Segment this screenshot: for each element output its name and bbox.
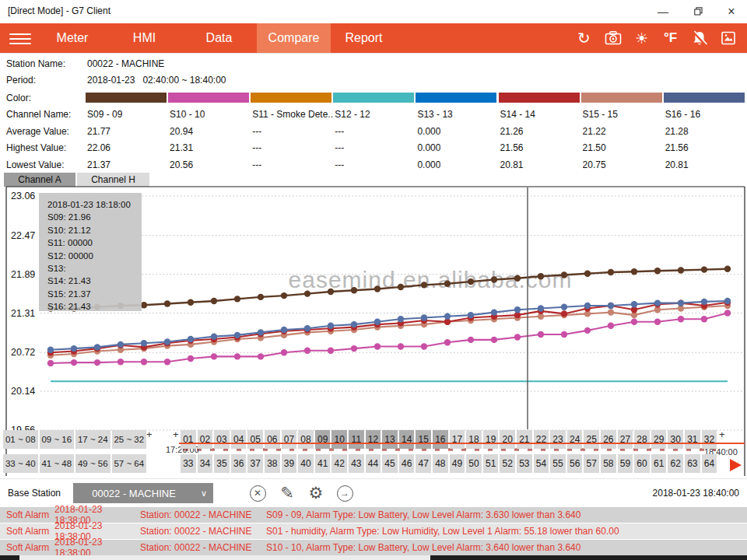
channel-button-53[interactable]: 53 (517, 454, 532, 473)
channel-button-26[interactable]: 26 (601, 430, 616, 449)
channel-button-55[interactable]: 55 (550, 454, 566, 473)
brightness-icon[interactable]: ☀ (627, 23, 656, 53)
camera-icon[interactable] (598, 23, 627, 53)
group-button-41~48[interactable]: 41 ~ 48 (40, 454, 75, 473)
channel-button-21[interactable]: 21 (517, 430, 532, 449)
group-button-09~16[interactable]: 09 ~ 16 (40, 430, 75, 449)
channel-button-42[interactable]: 42 (331, 454, 347, 473)
tab-channel-a[interactable]: Channel A (4, 173, 75, 187)
close-button[interactable]: × (720, 3, 743, 20)
channel-button-07[interactable]: 07 (282, 430, 297, 449)
nav-tab-meter[interactable]: Meter (37, 23, 107, 53)
channel-button-57[interactable]: 57 (584, 454, 599, 473)
channel-button-16[interactable]: 16 (433, 430, 448, 449)
channel-button-32[interactable]: 32 (702, 430, 717, 449)
channel-button-18[interactable]: 18 (466, 430, 482, 449)
scrollbar-thumb[interactable] (19, 555, 430, 560)
channel-button-15[interactable]: 15 (416, 430, 431, 449)
channel-button-34[interactable]: 34 (198, 454, 213, 473)
channel-button-31[interactable]: 31 (685, 430, 700, 449)
nav-tab-compare[interactable]: Compare (257, 23, 331, 53)
channel-button-05[interactable]: 05 (247, 430, 263, 449)
channel-button-13[interactable]: 13 (382, 430, 398, 449)
clear-icon[interactable]: ✕ (247, 483, 268, 503)
channel-button-09[interactable]: 09 (315, 430, 331, 449)
channel-button-12[interactable]: 12 (366, 430, 381, 449)
channel-button-54[interactable]: 54 (534, 454, 549, 473)
nav-tab-hmi[interactable]: HMI (107, 23, 181, 53)
tab-channel-h[interactable]: Channel H (77, 173, 149, 187)
channel-button-43[interactable]: 43 (349, 454, 364, 473)
channel-button-49[interactable]: 49 (450, 454, 465, 473)
base-station-dropdown[interactable]: 00022 - MACHINE ∨ (73, 483, 213, 503)
channel-button-62[interactable]: 62 (668, 454, 683, 473)
channel-button-06[interactable]: 06 (265, 430, 280, 449)
edit-icon[interactable]: ✎ (277, 483, 297, 503)
channel-button-46[interactable]: 46 (399, 454, 415, 473)
group-button-25~32[interactable]: 25 ~ 32 (112, 430, 147, 449)
expand-plus-icon[interactable]: + (173, 429, 179, 440)
fahrenheit-icon[interactable]: °F (656, 23, 685, 53)
channel-button-11[interactable]: 11 (349, 430, 364, 449)
group-button-17~24[interactable]: 17 ~ 24 (75, 430, 110, 449)
nav-tab-report[interactable]: Report (331, 23, 397, 53)
channel-button-20[interactable]: 20 (500, 430, 515, 449)
settings-icon[interactable]: ⚙ (306, 483, 326, 503)
alarm-row[interactable]: Soft Alarm 2018-01-23 18:38:00 Station: … (0, 540, 747, 555)
restore-button[interactable] (686, 3, 710, 20)
hamburger-menu-icon[interactable] (9, 30, 31, 46)
channel-button-44[interactable]: 44 (366, 454, 381, 473)
channel-button-56[interactable]: 56 (567, 454, 583, 473)
channel-button-17[interactable]: 17 (450, 430, 465, 449)
channel-button-08[interactable]: 08 (298, 430, 314, 449)
channel-button-52[interactable]: 52 (500, 454, 515, 473)
group-button-57~64[interactable]: 57 ~ 64 (112, 454, 147, 473)
channel-button-30[interactable]: 30 (668, 430, 683, 449)
channel-button-01[interactable]: 01 (181, 430, 196, 449)
next-page-arrow[interactable] (728, 457, 744, 476)
channel-button-45[interactable]: 45 (382, 454, 398, 473)
export-icon[interactable]: → (335, 483, 355, 503)
channel-button-51[interactable]: 51 (483, 454, 499, 473)
channel-button-23[interactable]: 23 (550, 430, 566, 449)
group-button-49~56[interactable]: 49 ~ 56 (75, 454, 110, 473)
channel-button-58[interactable]: 58 (601, 454, 616, 473)
refresh-icon[interactable]: ↻ (570, 23, 598, 53)
channel-button-63[interactable]: 63 (685, 454, 700, 473)
channel-button-48[interactable]: 48 (433, 454, 448, 473)
channel-button-40[interactable]: 40 (298, 454, 314, 473)
channel-button-60[interactable]: 60 (634, 454, 650, 473)
channel-button-47[interactable]: 47 (416, 454, 431, 473)
channel-button-35[interactable]: 35 (214, 454, 230, 473)
channel-button-25[interactable]: 25 (584, 430, 599, 449)
channel-button-04[interactable]: 04 (231, 430, 247, 449)
channel-button-37[interactable]: 37 (247, 454, 263, 473)
channel-button-28[interactable]: 28 (634, 430, 650, 449)
group-button-33~40[interactable]: 33 ~ 40 (3, 454, 38, 473)
nav-tab-data[interactable]: Data (181, 23, 257, 53)
channel-button-41[interactable]: 41 (315, 454, 331, 473)
channel-button-36[interactable]: 36 (231, 454, 247, 473)
expand-plus-icon[interactable]: + (146, 429, 153, 440)
channel-button-61[interactable]: 61 (651, 454, 667, 473)
channel-button-22[interactable]: 22 (534, 430, 549, 449)
bell-muted-icon[interactable] (685, 23, 714, 53)
channel-button-03[interactable]: 03 (214, 430, 230, 449)
channel-button-39[interactable]: 39 (282, 454, 297, 473)
channel-button-24[interactable]: 24 (567, 430, 583, 449)
expand-plus-icon[interactable]: + (719, 429, 725, 440)
channel-button-33[interactable]: 33 (181, 454, 196, 473)
channel-button-50[interactable]: 50 (466, 454, 482, 473)
horizontal-scrollbar[interactable] (0, 555, 747, 560)
channel-button-59[interactable]: 59 (618, 454, 633, 473)
channel-button-19[interactable]: 19 (483, 430, 499, 449)
channel-button-10[interactable]: 10 (331, 430, 347, 449)
channel-button-29[interactable]: 29 (651, 430, 667, 449)
group-button-01~08[interactable]: 01 ~ 08 (3, 430, 38, 449)
channel-button-38[interactable]: 38 (265, 454, 280, 473)
album-icon[interactable] (714, 23, 742, 53)
channel-button-02[interactable]: 02 (198, 430, 213, 449)
channel-button-14[interactable]: 14 (399, 430, 415, 449)
channel-button-27[interactable]: 27 (618, 430, 633, 449)
channel-button-64[interactable]: 64 (702, 454, 717, 473)
